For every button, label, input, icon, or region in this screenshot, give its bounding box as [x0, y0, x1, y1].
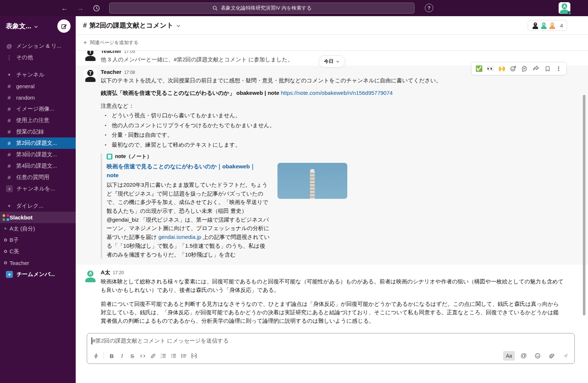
formatting-toggle-button[interactable]: Aa: [503, 351, 515, 361]
bold-button[interactable]: B: [107, 351, 117, 361]
search-icon: [212, 5, 218, 11]
unfurl-title-link[interactable]: 映画を倍速で見ることのなにがわるいのか｜obakeweb｜note: [107, 162, 259, 180]
sidebar-channel-session3[interactable]: # 第3回の課題文...: [0, 149, 76, 160]
channel-label: 使用上の注意: [16, 117, 49, 124]
ordered-list-icon[interactable]: 12: [158, 351, 168, 361]
inline-code-icon[interactable]: [137, 351, 148, 361]
top-bar: ← → 表象文化論特殊研究演習IV 内を検索する ? A: [0, 0, 588, 16]
send-button[interactable]: [560, 351, 571, 361]
mention-button[interactable]: @: [519, 351, 529, 361]
sidebar-item-label: メンション & リ...: [16, 43, 61, 50]
bookmark-bar: + 関連ページを追加する: [76, 35, 588, 51]
sidebar-channel-questions[interactable]: # 任意の質問用: [0, 172, 76, 183]
presence-offline-dot: [4, 250, 7, 253]
hash-icon: #: [6, 117, 12, 124]
plus-icon: +: [6, 271, 13, 278]
invite-members-button[interactable]: + チームメンバ...: [0, 269, 76, 280]
channel-label: 任意の質問用: [16, 174, 49, 181]
reference-line: 銭清弘「映画を倍速で見ることのなにがわるいのか」 obakeweb | note…: [101, 89, 564, 97]
dm-label: Teacher: [10, 260, 29, 266]
sidebar-channel-session4[interactable]: # 第4回の課題文...: [0, 160, 76, 172]
back-icon[interactable]: ←: [61, 5, 68, 12]
attach-file-icon[interactable]: [546, 351, 557, 361]
sidebar-channel-class-records[interactable]: # 授業の記録: [0, 126, 76, 137]
blockquote-icon[interactable]: [179, 351, 189, 361]
reply-thread-icon[interactable]: [519, 63, 530, 74]
channel-title-button[interactable]: # 第2回の課題文献とコメント: [83, 21, 181, 30]
sidebar-item-more[interactable]: ⋮ その他: [0, 52, 76, 63]
hash-icon: #: [6, 174, 12, 180]
hash-icon: #: [6, 129, 12, 135]
hash-icon: #: [6, 94, 12, 101]
workspace-header[interactable]: 表象文...: [0, 16, 76, 36]
message-author[interactable]: Teacher: [101, 69, 121, 75]
reaction-check-button[interactable]: ✅: [473, 63, 485, 74]
vertical-scrollbar[interactable]: [583, 95, 585, 315]
sidebar-channel-session2-selected[interactable]: # 第2回の課題文...: [0, 137, 76, 149]
compose-button[interactable]: [57, 19, 71, 33]
bulleted-list-icon[interactable]: [168, 351, 179, 361]
member-avatar: A: [540, 22, 548, 29]
code-block-icon[interactable]: [189, 351, 199, 361]
sidebar-dm-slackbot[interactable]: Slackbot: [0, 212, 76, 223]
hash-icon: #: [83, 22, 87, 29]
sidebar-channel-images[interactable]: # イメージ画像...: [0, 103, 76, 115]
sidebar-dm-cmi[interactable]: C C美: [0, 246, 76, 257]
unfurl-inline-link[interactable]: gendai.ismedia.jp: [158, 234, 201, 240]
svg-text:2: 2: [161, 356, 162, 358]
channel-header: # 第2回の課題文献とコメント T A B 4: [76, 16, 588, 35]
add-reaction-icon[interactable]: [508, 63, 519, 74]
hash-icon: #: [6, 106, 12, 112]
caret-down-icon: ▼: [6, 204, 12, 208]
reaction-hands-button[interactable]: 🙌: [496, 63, 508, 74]
sidebar-dm-self[interactable]: A A太 (自分): [0, 223, 76, 235]
at-icon: @: [6, 43, 12, 49]
help-button[interactable]: ?: [425, 4, 433, 12]
message-list: T Teacher17:05 他 3 人のメンバーと一緒に、#第2回の課題文献と…: [76, 51, 588, 331]
search-bar[interactable]: 表象文化論特殊研究演習IV 内を検索する: [109, 3, 415, 14]
hash-icon: #: [6, 83, 12, 89]
notes-label: 注意点など：: [101, 102, 564, 110]
message-composer[interactable]: #第2回の課題文献とコメント にメッセージを送信する B I S: [87, 333, 575, 364]
sidebar-channel-general[interactable]: # general: [0, 80, 76, 92]
unfurl-thumbnail-tower-photo[interactable]: [277, 163, 347, 199]
channels-section-header[interactable]: ▼ チャンネル: [0, 69, 76, 80]
member-list-button[interactable]: T A B 4: [528, 20, 567, 31]
date-divider-button[interactable]: 今日: [319, 55, 345, 68]
reference-url-link[interactable]: https://note.com/obakeweb/n/n156d9577907…: [281, 90, 392, 96]
user-avatar[interactable]: A: [559, 2, 570, 14]
channel-label: イメージ画像...: [16, 105, 54, 112]
sidebar-dm-teacher[interactable]: T Teacher: [0, 257, 76, 269]
composer-placeholder: #第2回の課題文献とコメント にメッセージを送信する: [93, 337, 229, 344]
avatar: A: [84, 269, 97, 282]
bookmark-icon[interactable]: [542, 63, 553, 74]
message-author[interactable]: Teacher: [101, 51, 121, 54]
channel-label: 第4回の課題文...: [16, 162, 57, 169]
unfurl-service-name: note（ノート）: [115, 153, 152, 160]
text-caret: [92, 337, 92, 344]
reaction-eyes-button[interactable]: 👀: [485, 63, 496, 74]
emoji-picker-icon[interactable]: [533, 351, 543, 361]
forward-icon[interactable]: →: [77, 5, 84, 12]
sidebar-dm-bko[interactable]: B B子: [0, 235, 76, 246]
more-actions-icon[interactable]: ⋮: [553, 63, 564, 74]
history-clock-icon[interactable]: [93, 4, 100, 12]
link-preview-card: note（ノート） 映画を倍速で見ることのなにがわるいのか｜obakeweb｜n…: [101, 153, 564, 259]
main-panel: # 第2回の課題文献とコメント T A B 4 + 関連ページを追加する: [76, 16, 588, 383]
share-message-icon[interactable]: [530, 63, 542, 74]
sidebar-item-mentions[interactable]: @ メンション & リ...: [0, 40, 76, 52]
sidebar-channel-random[interactable]: # random: [0, 92, 76, 103]
add-channel-button[interactable]: + チャンネルを...: [0, 183, 76, 194]
message-input[interactable]: #第2回の課題文献とコメント にメッセージを送信する: [87, 333, 574, 346]
dm-section-header[interactable]: ▼ ダイレク...: [0, 200, 76, 212]
chevron-down-icon: [336, 60, 340, 64]
vertical-dots-icon: ⋮: [6, 54, 12, 61]
shortcuts-lightning-icon[interactable]: [91, 351, 101, 361]
dm-label: C美: [10, 248, 19, 255]
link-icon[interactable]: [148, 351, 158, 361]
add-related-page-button[interactable]: 関連ページを追加する: [90, 39, 139, 46]
message-author[interactable]: A太: [101, 269, 110, 275]
italic-button[interactable]: I: [117, 351, 127, 361]
strikethrough-button[interactable]: S: [127, 351, 137, 361]
sidebar-channel-usage-notes[interactable]: # 使用上の注意: [0, 115, 76, 126]
